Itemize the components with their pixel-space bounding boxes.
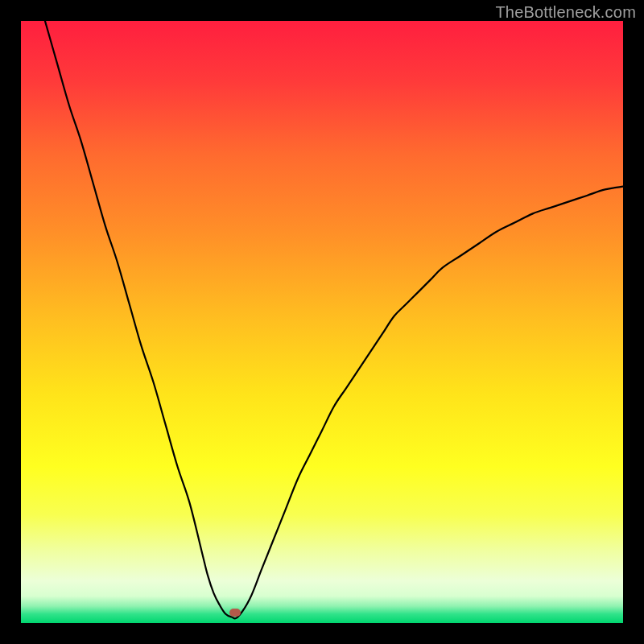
- chart-frame: TheBottleneck.com: [0, 0, 644, 644]
- bottleneck-curve: [21, 21, 623, 623]
- watermark-text: TheBottleneck.com: [495, 3, 636, 22]
- plot-area: [21, 21, 623, 623]
- optimum-marker: [229, 609, 241, 617]
